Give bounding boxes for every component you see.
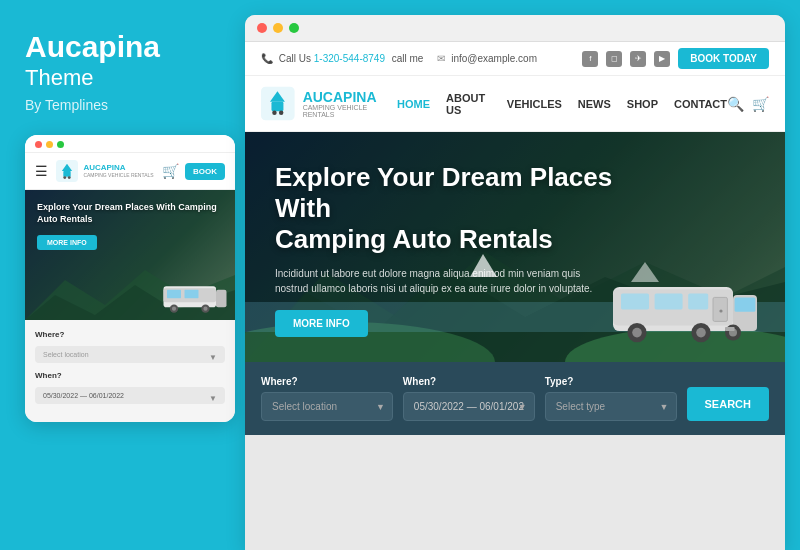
nav-news[interactable]: NEWS <box>578 98 611 110</box>
mobile-book-button[interactable]: BOOK <box>185 163 225 180</box>
search-icon[interactable]: 🔍 <box>727 96 744 112</box>
svg-rect-27 <box>621 293 649 309</box>
svg-rect-9 <box>185 290 199 298</box>
mobile-rv-illustration <box>160 275 230 315</box>
svg-point-31 <box>719 309 722 312</box>
brand-title: Aucapina Theme By Templines <box>25 30 215 113</box>
book-today-button[interactable]: BOOK TODAY <box>678 48 769 69</box>
svg-rect-8 <box>167 290 181 298</box>
mobile-more-info-button[interactable]: MORE INFO <box>37 235 97 250</box>
site-more-info-button[interactable]: MORE INFO <box>275 310 368 337</box>
mobile-dot-red <box>35 141 42 148</box>
mobile-preview: ☰ AUCAPINA CAMPING VEHICLE RENTALS 🛒 BOO… <box>25 135 235 422</box>
svg-point-2 <box>64 176 67 179</box>
phone-info: 📞 Call Us 1-320-544-8749 call me <box>261 53 423 64</box>
email-icon: ✉ <box>437 53 445 64</box>
nav-shop[interactable]: SHOP <box>627 98 658 110</box>
nav-vehicles[interactable]: VEHICLES <box>507 98 562 110</box>
location-select[interactable]: Select location <box>261 392 393 421</box>
search-form-bar: Where? Select location ▼ When? 05/30/202… <box>245 362 785 435</box>
site-topbar-right: f ◻ ✈ ▶ BOOK TODAY <box>582 48 769 69</box>
mobile-dot-yellow <box>46 141 53 148</box>
date-select[interactable]: 05/30/2022 — 06/01/2022 <box>403 392 535 421</box>
mobile-navbar: ☰ AUCAPINA CAMPING VEHICLE RENTALS 🛒 BOO… <box>25 153 235 190</box>
mobile-window-dots <box>35 141 64 148</box>
svg-point-12 <box>172 307 176 311</box>
hero-rv-illustration <box>605 262 765 352</box>
phone-icon: 📞 <box>261 53 273 64</box>
search-button[interactable]: SEARCH <box>687 387 769 421</box>
right-panel: 📞 Call Us 1-320-544-8749 call me ✉ info@… <box>245 15 785 550</box>
nav-contact[interactable]: CONTACT <box>674 98 727 110</box>
svg-rect-29 <box>688 293 708 309</box>
when-field: When? 05/30/2022 — 06/01/2022 ▼ <box>403 376 535 421</box>
svg-rect-16 <box>271 102 283 112</box>
site-navbar: AUCAPINA CAMPING VEHICLE RENTALS HOME AB… <box>245 76 785 132</box>
svg-point-35 <box>632 328 642 338</box>
svg-rect-1 <box>64 171 71 177</box>
where-field: Where? Select location ▼ <box>261 376 393 421</box>
instagram-icon[interactable]: ◻ <box>606 51 622 67</box>
facebook-icon[interactable]: f <box>582 51 598 67</box>
mobile-hero-content: Explore Your Dream Places With Camping A… <box>37 202 223 250</box>
mobile-logo: AUCAPINA CAMPING VEHICLE RENTALS <box>56 160 153 182</box>
site-hero-title: Explore Your Dream Places WithCamping Au… <box>275 162 675 256</box>
telegram-icon[interactable]: ✈ <box>630 51 646 67</box>
mobile-hamburger-icon[interactable]: ☰ <box>35 163 48 179</box>
email-info: ✉ info@example.com <box>437 53 537 64</box>
site-logo-icon <box>261 86 295 121</box>
site-nav-links: HOME ABOUT US VEHICLES NEWS SHOP CONTACT <box>397 92 727 116</box>
svg-rect-33 <box>735 297 756 311</box>
mobile-hero: Explore Your Dream Places With Camping A… <box>25 190 235 320</box>
mobile-location-select[interactable]: Select location <box>35 346 225 363</box>
site-hero: Explore Your Dream Places WithCamping Au… <box>245 132 785 362</box>
mobile-logo-icon <box>56 160 78 182</box>
left-panel: Aucapina Theme By Templines ☰ <box>0 0 240 550</box>
browser-chrome <box>245 15 785 42</box>
site-topbar: 📞 Call Us 1-320-544-8749 call me ✉ info@… <box>245 42 785 76</box>
svg-point-17 <box>272 111 276 115</box>
svg-rect-10 <box>216 290 227 308</box>
mobile-cart-icon[interactable]: 🛒 <box>162 163 179 179</box>
youtube-icon[interactable]: ▶ <box>654 51 670 67</box>
svg-point-37 <box>696 328 706 338</box>
mobile-search-form: Where? Select location ▼ When? 05/30/202… <box>25 320 235 422</box>
site-contact-info: 📞 Call Us 1-320-544-8749 call me ✉ info@… <box>261 53 537 64</box>
browser-dot-green <box>289 23 299 33</box>
mobile-dot-green <box>57 141 64 148</box>
nav-home[interactable]: HOME <box>397 98 430 110</box>
mobile-date-select[interactable]: 05/30/2022 — 06/01/2022 <box>35 387 225 404</box>
cart-icon[interactable]: 🛒 <box>752 96 769 112</box>
site-logo: AUCAPINA CAMPING VEHICLE RENTALS <box>261 86 397 121</box>
svg-rect-30 <box>713 297 727 321</box>
svg-rect-28 <box>655 293 683 309</box>
mobile-nav-right: 🛒 BOOK <box>162 163 225 180</box>
mobile-browser-chrome <box>25 135 235 153</box>
type-field: Type? Select type ▼ <box>545 376 677 421</box>
browser-dot-yellow <box>273 23 283 33</box>
site-nav-icons: 🔍 🛒 <box>727 96 769 112</box>
browser-dot-red <box>257 23 267 33</box>
svg-point-14 <box>203 307 207 311</box>
svg-point-18 <box>279 111 283 115</box>
type-select[interactable]: Select type <box>545 392 677 421</box>
nav-about[interactable]: ABOUT US <box>446 92 491 116</box>
svg-rect-40 <box>725 327 735 331</box>
svg-point-3 <box>68 176 71 179</box>
